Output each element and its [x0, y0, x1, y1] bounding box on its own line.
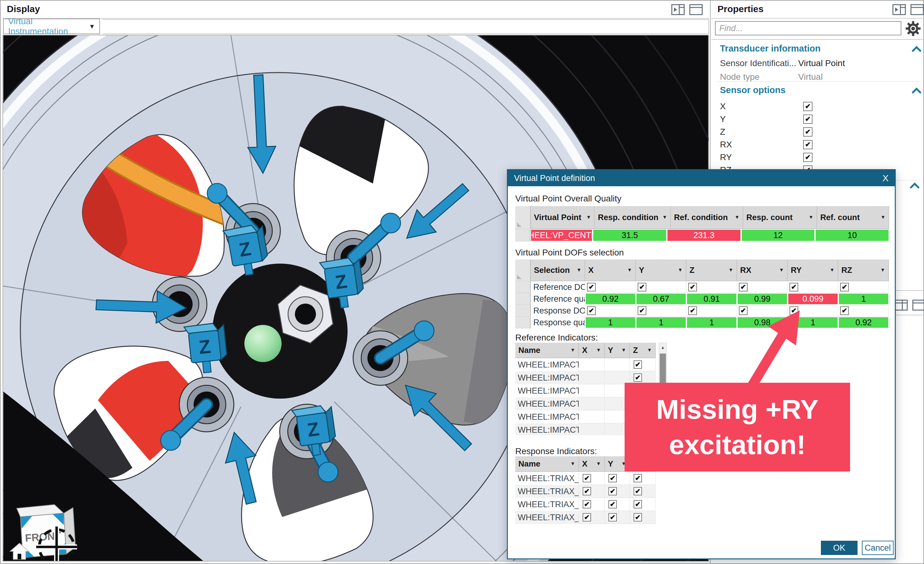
properties-header-divider [711, 18, 924, 19]
indicator-checkbox-z[interactable]: ✔ [634, 373, 642, 382]
display-window-icons [671, 3, 703, 15]
virtual-point-sphere[interactable] [244, 325, 282, 362]
quality-cell: 0.67 [636, 293, 686, 305]
dof-checkbox-Y[interactable]: ✔ [638, 283, 646, 292]
maximize-panel-icon[interactable] [689, 3, 703, 15]
reference-indicator-column-header[interactable]: Y▼ [605, 343, 630, 358]
indicator-checkbox-x[interactable]: ✔ [583, 487, 591, 495]
dock-panel-icon[interactable] [892, 3, 906, 15]
dialog-titlebar[interactable]: Virtual Point definition X [508, 170, 895, 186]
indicator-checkbox-y[interactable]: ✔ [609, 474, 617, 482]
dofs-column-header[interactable]: Y▼ [636, 259, 686, 281]
dof-checkbox-RY[interactable]: ✔ [789, 283, 798, 292]
sort-icon: ▼ [586, 214, 591, 220]
close-icon[interactable]: X [882, 173, 889, 184]
dofs-column-header[interactable]: RZ▼ [838, 259, 889, 281]
dof-checkbox-RX[interactable]: ✔ [739, 307, 748, 315]
sensor-option-checkbox-RY[interactable]: ✔ [803, 153, 813, 162]
reference-indicator-row[interactable]: WHEEL:IMPACT_6 ✔ [515, 358, 656, 371]
quality-cell: 0.98 [737, 317, 788, 328]
collapse-chevron-icon[interactable] [912, 46, 921, 52]
dock-panel-icon[interactable] [894, 299, 908, 311]
indicator-cell-x: ✔ [579, 485, 605, 498]
indicator-checkbox-z[interactable]: ✔ [634, 487, 642, 495]
sensor-option-label: Z [720, 127, 803, 137]
dof-checkbox-RZ[interactable]: ✔ [840, 283, 849, 292]
cancel-button[interactable]: Cancel [862, 541, 894, 555]
overall-column-header[interactable]: Virtual Point▼ [531, 206, 595, 229]
find-input[interactable] [715, 21, 902, 35]
overall-column-header[interactable]: Ref. condition▼ [671, 206, 743, 229]
overall-column-header[interactable]: Ref. count▼ [817, 206, 889, 229]
indicator-checkbox-y[interactable]: ✔ [609, 500, 617, 509]
tab-virtual-instrumentation[interactable]: Virtual Instrumentation ▼ [3, 19, 100, 34]
scrollbar-thumb[interactable] [660, 353, 666, 383]
collapse-chevron-icon[interactable] [910, 183, 920, 189]
indicator-checkbox-x[interactable]: ✔ [583, 513, 591, 522]
quality-cell: 231.3 [667, 229, 741, 241]
gear-icon[interactable] [905, 21, 921, 37]
dof-cell: ✔ [737, 305, 788, 317]
dof-checkbox-X[interactable]: ✔ [587, 307, 596, 315]
ok-button[interactable]: OK [821, 541, 858, 555]
response-indicator-row[interactable]: WHEEL:TRIAX_3 ✔ ✔ ✔ [515, 498, 656, 511]
scroll-up-icon[interactable]: ▲ [659, 343, 666, 352]
sensor-option-checkbox-Y[interactable]: ✔ [803, 115, 813, 124]
sort-icon: ▼ [662, 214, 667, 220]
application-window: Display Virtual Instrumentation ▼ [0, 0, 924, 564]
dock-panel-icon[interactable] [671, 3, 685, 15]
indicator-checkbox-y[interactable]: ✔ [609, 487, 617, 495]
dofs-column-header[interactable]: RX▼ [737, 259, 788, 281]
sort-icon: ▼ [678, 267, 682, 273]
dofs-column-header[interactable]: RY▼ [788, 259, 838, 281]
indicator-checkbox-x[interactable]: ✔ [583, 474, 591, 482]
dof-checkbox-RY[interactable]: ✔ [789, 307, 798, 315]
dofs-column-header[interactable]: Selection▼ [531, 259, 585, 281]
indicator-cell-y: ✔ [605, 511, 630, 524]
reference-indicator-column-header[interactable]: Z▼ [630, 343, 656, 358]
dofs-column-header[interactable]: X▼ [585, 259, 636, 281]
indicator-cell-x [579, 423, 605, 435]
dof-checkbox-RX[interactable]: ✔ [739, 283, 748, 292]
indicator-checkbox-z[interactable]: ✔ [634, 474, 642, 482]
indicator-cell-x [579, 397, 605, 410]
dof-checkbox-Z[interactable]: ✔ [688, 307, 697, 315]
maximize-panel-icon[interactable] [912, 299, 924, 311]
indicator-checkbox-x[interactable]: ✔ [583, 500, 591, 509]
sensor-options-rows: X ✔ Y ✔ Z ✔ RX ✔ RY ✔ RZ ✔ [720, 100, 919, 176]
reference-indicator-column-header[interactable]: X▼ [579, 343, 605, 358]
tab-label: Virtual Instrumentation [8, 16, 85, 36]
collapse-chevron-icon[interactable] [912, 88, 921, 94]
svg-text:Z: Z [198, 335, 212, 358]
quality-cell: 10 [815, 229, 889, 241]
indicator-checkbox-z[interactable]: ✔ [634, 500, 642, 509]
annotation-line-1: Missing +RY [656, 392, 818, 427]
indicator-checkbox-z[interactable]: ✔ [634, 361, 642, 369]
sensor-option-checkbox-X[interactable]: ✔ [803, 102, 813, 111]
indicator-name: WHEEL:TRIAX_2 [515, 485, 579, 498]
response-indicator-column-header[interactable]: X▼ [579, 456, 605, 472]
property-value: Virtual [798, 72, 823, 82]
dof-checkbox-X[interactable]: ✔ [587, 283, 596, 292]
sensor-option-checkbox-RX[interactable]: ✔ [803, 140, 813, 149]
response-indicator-row[interactable]: WHEEL:TRIAX_2 ✔ ✔ ✔ [515, 485, 656, 498]
overall-column-header[interactable]: Resp. condition▼ [595, 206, 671, 229]
reference-indicator-column-header[interactable]: Name▼ [515, 343, 579, 358]
indicator-cell-x [579, 371, 605, 384]
property-label: Sensor Identificati... [720, 58, 798, 68]
virtual-point-name-cell[interactable]: WHEEL:VP_CENTER [531, 229, 593, 241]
maximize-panel-icon[interactable] [910, 3, 924, 15]
response-indicator-row[interactable]: WHEEL:TRIAX_4 ✔ ✔ ✔ [515, 472, 656, 485]
indicator-checkbox-z[interactable]: ✔ [634, 513, 642, 522]
dof-checkbox-Z[interactable]: ✔ [688, 283, 697, 292]
overall-column-header[interactable]: Resp. count▼ [743, 206, 817, 229]
indicator-checkbox-y[interactable]: ✔ [609, 513, 617, 522]
response-indicator-row[interactable]: WHEEL:TRIAX_1 ✔ ✔ ✔ [515, 511, 656, 524]
dofs-column-header[interactable]: Z▼ [686, 259, 737, 281]
response-indicator-column-header[interactable]: Name▼ [515, 456, 579, 472]
dof-checkbox-RZ[interactable]: ✔ [840, 307, 849, 315]
dof-checkbox-Y[interactable]: ✔ [638, 307, 646, 315]
sensor-option-checkbox-Z[interactable]: ✔ [803, 127, 813, 136]
reference-indicator-row[interactable]: WHEEL:IMPACT_2 ✔ [515, 371, 656, 384]
indicator-name: WHEEL:IMPACT_6 [515, 358, 579, 371]
